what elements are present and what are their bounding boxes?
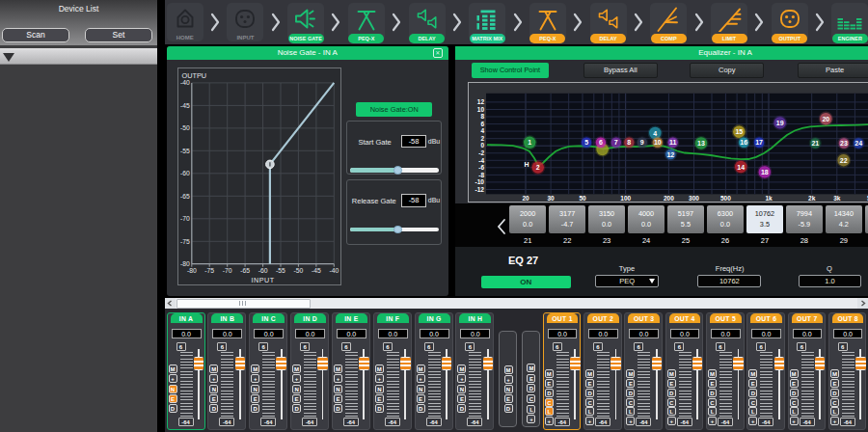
svg-text:-70: -70 (180, 215, 190, 222)
svg-text:-8: -8 (478, 172, 484, 178)
svg-text:21: 21 (811, 140, 819, 147)
svg-text:-75: -75 (204, 267, 214, 274)
svg-text:16: 16 (740, 139, 747, 146)
svg-text:-60: -60 (180, 170, 190, 176)
svg-text:0: 0 (480, 142, 484, 148)
svg-text:-2: -2 (478, 149, 484, 156)
svg-text:-6: -6 (478, 164, 484, 171)
svg-text:3k: 3k (833, 195, 841, 202)
svg-text:24: 24 (854, 140, 862, 147)
svg-text:-65: -65 (180, 193, 190, 200)
svg-text:50: 50 (579, 195, 586, 202)
svg-text:-65: -65 (240, 267, 250, 274)
svg-text:-70: -70 (223, 267, 232, 274)
svg-text:17: 17 (755, 139, 763, 146)
svg-text:200: 200 (664, 195, 674, 202)
svg-text:300: 300 (689, 195, 699, 202)
svg-text:-45: -45 (312, 267, 321, 274)
svg-text:7: 7 (614, 139, 618, 146)
svg-text:20: 20 (522, 195, 529, 202)
svg-text:22: 22 (840, 157, 848, 164)
svg-text:-10: -10 (475, 178, 485, 185)
svg-text:2: 2 (480, 135, 484, 142)
svg-text:-80: -80 (180, 260, 190, 267)
svg-text:30: 30 (547, 195, 555, 202)
svg-text:10: 10 (477, 106, 485, 113)
svg-text:20: 20 (822, 116, 829, 122)
svg-text:-12: -12 (475, 186, 485, 193)
svg-text:23: 23 (840, 140, 848, 147)
svg-text:-40: -40 (180, 79, 190, 86)
svg-text:8: 8 (627, 139, 631, 146)
svg-text:-55: -55 (180, 148, 190, 154)
svg-text:19: 19 (776, 120, 784, 126)
svg-text:6: 6 (480, 121, 484, 127)
svg-text:H: H (524, 161, 529, 168)
svg-text:-60: -60 (258, 267, 268, 274)
svg-text:-50: -50 (293, 267, 303, 274)
svg-text:-50: -50 (180, 124, 190, 131)
svg-text:5: 5 (584, 139, 588, 146)
svg-text:6: 6 (599, 139, 603, 146)
svg-text:500: 500 (720, 195, 731, 202)
svg-text:12: 12 (477, 98, 485, 105)
svg-text:100: 100 (620, 195, 631, 202)
svg-text:OUTPU: OUTPU (182, 71, 207, 80)
svg-text:2: 2 (536, 164, 540, 171)
svg-text:8: 8 (480, 113, 484, 120)
svg-text:1k: 1k (765, 195, 773, 202)
svg-text:-4: -4 (478, 157, 484, 164)
svg-text:2k: 2k (808, 195, 816, 202)
svg-text:13: 13 (697, 140, 705, 147)
svg-text:12: 12 (666, 151, 674, 158)
svg-text:10: 10 (654, 139, 662, 146)
svg-text:-80: -80 (187, 267, 197, 274)
svg-text:4: 4 (653, 130, 657, 137)
svg-text:11: 11 (669, 139, 677, 146)
svg-text:4: 4 (480, 127, 484, 134)
svg-text:18: 18 (761, 169, 769, 176)
svg-text:1: 1 (528, 139, 531, 146)
svg-text:14: 14 (737, 164, 745, 171)
svg-text:-55: -55 (276, 267, 285, 274)
svg-text:-40: -40 (329, 267, 339, 274)
svg-text:15: 15 (735, 128, 743, 135)
svg-text:-75: -75 (180, 238, 190, 245)
svg-text:9: 9 (640, 139, 644, 146)
svg-text:-45: -45 (180, 102, 190, 109)
svg-text:INPUT: INPUT (252, 276, 275, 284)
